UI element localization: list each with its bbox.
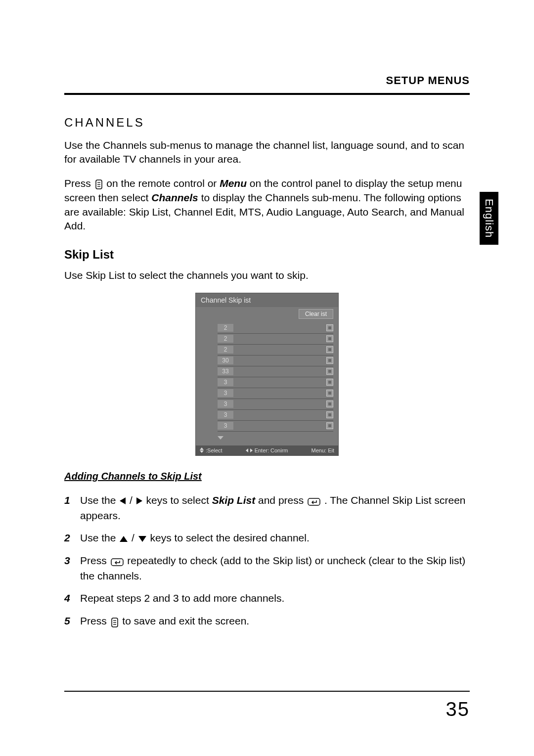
text: Press [80, 615, 110, 626]
step-number: 3 [64, 553, 70, 568]
down-icon [200, 450, 204, 453]
checkbox-icon[interactable] [326, 390, 333, 397]
text: Press [64, 178, 94, 189]
list-item[interactable]: 3 [218, 377, 333, 388]
osd-footer: :Select Enter: Conirm Menu: Eit [196, 445, 338, 455]
checkbox-icon[interactable] [326, 357, 333, 364]
step-number: 2 [64, 531, 70, 545]
step-number: 4 [64, 591, 70, 605]
enter-icon [308, 493, 320, 508]
section-title-channels: CHANNELS [64, 116, 470, 130]
list-item[interactable]: 2 [218, 334, 333, 345]
footer-enter: Enter: Conirm [255, 447, 288, 453]
down-arrow-icon [138, 536, 146, 542]
menu-icon [111, 614, 119, 628]
checkbox-icon[interactable] [326, 346, 333, 353]
step-5: 5 Press to save and exit the screen. [64, 614, 470, 629]
channel-number: 3 [218, 400, 233, 408]
text: Repeat steps 2 and 3 to add more channel… [80, 592, 284, 604]
header-rule [64, 93, 470, 95]
step-number: 1 [64, 493, 70, 507]
skip-list-heading: Skip List [64, 248, 470, 262]
step-1: 1 Use the / keys to select Skip List and… [64, 493, 470, 523]
skip-list-intro: Use Skip List to select the channels you… [64, 268, 470, 282]
menu-icon [95, 177, 103, 191]
channels-word: Channels [151, 192, 198, 203]
channel-number: 2 [218, 346, 233, 354]
list-item[interactable]: 2 [218, 323, 333, 334]
text: repeatedly to check (add to the Skip lis… [80, 555, 465, 581]
text: keys to select the desired channel. [150, 532, 310, 543]
chevron-down-icon [218, 436, 223, 440]
checkbox-icon[interactable] [326, 422, 333, 429]
footer-select: :Select [206, 447, 222, 453]
text: to save and exit the screen. [122, 615, 249, 626]
list-item[interactable]: 3 [218, 410, 333, 421]
up-arrow-icon [120, 536, 128, 542]
osd-channel-list: 2 2 2 30 33 3 3 3 3 3 [196, 321, 338, 445]
checkbox-icon[interactable] [326, 411, 333, 418]
channel-number: 3 [218, 378, 233, 386]
text: on the remote control or [106, 178, 220, 189]
channel-number: 3 [218, 422, 233, 430]
menu-word: Menu [220, 178, 247, 189]
osd-toolbar: Clear ist [196, 307, 338, 321]
text: keys to select [146, 494, 212, 506]
procedure-steps: 1 Use the / keys to select Skip List and… [64, 493, 470, 629]
svg-rect-4 [308, 498, 320, 505]
step-2: 2 Use the / keys to select the desired c… [64, 531, 470, 545]
list-item[interactable]: 3 [218, 399, 333, 410]
enter-icon [111, 554, 124, 568]
page-number: 35 [446, 698, 470, 720]
step-4: 4 Repeat steps 2 and 3 to add more chann… [64, 591, 470, 605]
svg-rect-5 [111, 559, 123, 566]
left-icon [246, 448, 248, 452]
checkbox-icon[interactable] [326, 368, 333, 375]
language-tab: English [480, 192, 498, 245]
checkbox-icon[interactable] [326, 400, 333, 407]
channel-number: 3 [218, 411, 233, 419]
channel-number: 2 [218, 335, 233, 343]
channel-skip-dialog: Channel Skip ist Clear ist 2 2 2 30 33 3… [195, 293, 339, 456]
list-item[interactable]: 2 [218, 345, 333, 356]
footer-rule [64, 691, 470, 692]
left-arrow-icon [120, 497, 126, 504]
scroll-down-row[interactable] [218, 432, 333, 443]
list-item[interactable]: 30 [218, 356, 333, 366]
up-icon [200, 447, 204, 450]
channel-number: 33 [218, 367, 233, 375]
clear-list-button[interactable]: Clear ist [299, 309, 333, 319]
checkbox-icon[interactable] [326, 324, 333, 331]
checkbox-icon[interactable] [326, 335, 333, 342]
channels-press-para: Press on the remote control or Menu on t… [64, 177, 470, 233]
procedure-title: Adding Channels to Skip List [64, 471, 470, 482]
skip-list-word: Skip List [212, 494, 256, 506]
header-title: SETUP MENUS [64, 74, 470, 87]
channel-number: 30 [218, 356, 233, 364]
text: Use the [80, 532, 119, 543]
step-number: 5 [64, 614, 70, 628]
text: Press [80, 555, 110, 566]
list-item[interactable]: 33 [218, 366, 333, 377]
channel-number: 2 [218, 324, 233, 332]
osd-title: Channel Skip ist [196, 293, 338, 307]
right-arrow-icon [136, 497, 142, 504]
footer-menu: Menu: Eit [312, 447, 334, 453]
checkbox-icon[interactable] [326, 379, 333, 386]
step-3: 3 Press repeatedly to check (add to the … [64, 553, 470, 583]
list-item[interactable]: 3 [218, 388, 333, 399]
right-icon [250, 448, 253, 452]
list-item[interactable]: 3 [218, 421, 333, 432]
text: and press [258, 494, 307, 506]
channels-intro: Use the Channels sub-menus to manage the… [64, 138, 470, 167]
text: Use the [80, 494, 119, 506]
channel-number: 3 [218, 389, 233, 397]
